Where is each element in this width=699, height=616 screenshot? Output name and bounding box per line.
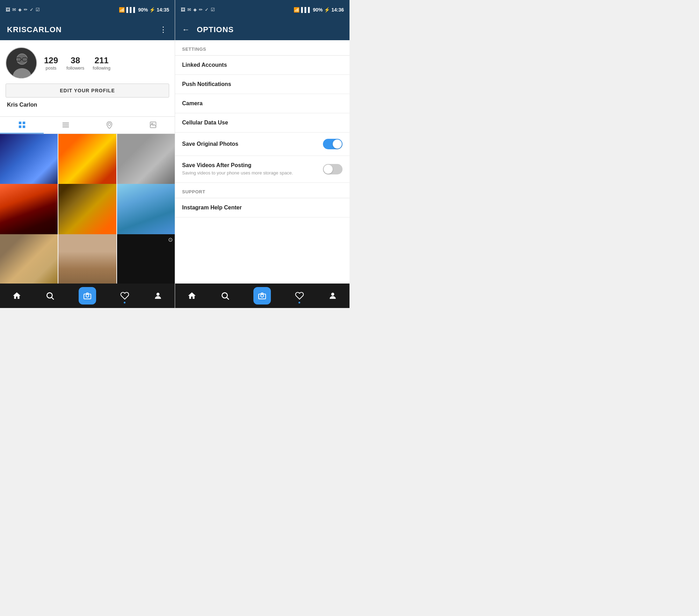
save-original-photos-item[interactable]: Save Original Photos [175,132,350,156]
nav-search[interactable] [45,291,55,301]
followers-stat[interactable]: 38 followers [66,56,84,71]
photo-5[interactable] [58,184,116,242]
camera-label: Camera [182,100,203,107]
left-status-icons: 🖼 ✉ ◈ ✏ ✓ ☑ [6,7,40,12]
svg-rect-20 [84,294,91,299]
r-nav-search[interactable] [220,291,230,301]
more-button[interactable]: ⋮ [159,25,168,34]
nav-home[interactable] [12,291,22,301]
photo-grid: ⊙ [0,134,175,284]
svg-rect-10 [22,126,25,128]
r-profile-icon [328,291,338,301]
nav-camera[interactable] [79,287,96,305]
help-center-item[interactable]: Instagram Help Center [175,198,350,217]
save-videos-label: Save Videos After Posting [182,162,251,168]
left-panel: 🖼 ✉ ◈ ✏ ✓ ☑ 📶 ▌▌▌ 90% ⚡ 14:35 KRISCARLON… [0,0,175,308]
svg-line-18 [52,298,54,300]
battery-icon: ⚡ [149,7,155,13]
linked-accounts-label: Linked Accounts [182,62,227,68]
tagged-view-tab[interactable] [131,117,175,134]
nav-profile[interactable] [153,291,163,301]
following-count: 211 [95,56,109,65]
r-signal-icon: ▌▌▌ [301,7,311,13]
profile-name: Kris Carlon [6,102,169,108]
list-view-tab[interactable] [44,117,87,134]
heart-icon [120,291,130,301]
camera-button[interactable] [79,287,96,305]
photo-6[interactable] [117,184,175,242]
r-heart-icon [295,291,304,301]
save-original-toggle[interactable] [323,139,343,149]
r-wifi-icon: 📶 [294,7,300,13]
svg-point-21 [157,293,160,296]
r-camera-button[interactable] [253,287,271,305]
push-notifications-item[interactable]: Push Notifications [175,75,350,94]
r-edit-icon: ✏ [199,7,203,12]
push-notifications-label: Push Notifications [182,81,231,87]
left-time: 14:35 [157,7,169,13]
r-nav-heart[interactable] [295,291,304,301]
left-bottom-nav [0,284,175,308]
svg-point-14 [108,123,110,126]
app-title: KRISCARLON [7,25,62,34]
options-header: ← OPTIONS [175,19,350,40]
followers-count: 38 [71,56,80,65]
settings-content: SETTINGS Linked Accounts Push Notificati… [175,40,350,284]
battery-percent: 90% [138,7,148,13]
right-time: 14:36 [331,7,344,13]
r-heart-dot [298,302,300,303]
svg-rect-8 [22,122,25,124]
photo-3[interactable] [117,134,175,192]
back-button[interactable]: ← [182,25,190,34]
grid-view-tab[interactable] [0,117,44,134]
cellular-data-label: Cellular Data Use [182,120,228,126]
save-videos-sub: Saving videos to your phone uses more st… [182,170,293,176]
svg-rect-13 [62,127,69,128]
help-center-label: Instagram Help Center [182,205,242,211]
edit-icon: ✏ [24,7,28,12]
save-videos-item[interactable]: Save Videos After Posting Saving videos … [175,156,350,183]
svg-rect-25 [259,294,266,299]
svg-point-26 [331,293,334,296]
r-shazam-icon: ◈ [193,7,197,12]
photo-1[interactable] [0,134,58,192]
r-home-icon [187,291,197,301]
right-bottom-nav [175,284,350,308]
settings-section-header: SETTINGS [175,40,350,55]
linked-accounts-item[interactable]: Linked Accounts [175,56,350,75]
r-nav-camera[interactable] [253,287,271,305]
camera-item[interactable]: Camera [175,94,350,113]
r-nav-profile[interactable] [328,291,338,301]
r-mail-icon: ✉ [187,7,191,12]
r-check-icon: ✓ [205,7,209,12]
r-nav-home[interactable] [187,291,197,301]
toggle-knob-on [333,139,342,149]
photo-4[interactable] [0,184,58,242]
stats-row: 129 posts 38 followers 211 following [44,56,110,71]
following-stat[interactable]: 211 following [93,56,110,71]
video-badge: ⊙ [168,236,173,243]
location-view-tab[interactable] [87,117,131,134]
options-title: OPTIONS [197,25,234,34]
r-battery-icon: ⚡ [324,7,330,13]
photo-8[interactable] [58,234,116,284]
save-videos-toggle[interactable] [323,164,343,174]
save-original-photos-label: Save Original Photos [182,141,238,147]
toggle-knob-off [324,165,333,174]
photo-9[interactable]: ⊙ [117,234,175,284]
svg-point-19 [86,294,89,297]
view-tabs [0,116,175,134]
followers-label: followers [66,65,84,71]
wifi-icon: 📶 [119,7,125,13]
left-status-right: 📶 ▌▌▌ 90% ⚡ 14:35 [119,7,169,13]
photo-2[interactable] [58,134,116,192]
posts-count: 129 [44,56,58,65]
r-check2-icon: ☑ [211,7,215,12]
photo-7[interactable] [0,234,58,284]
nav-heart[interactable] [120,291,130,301]
right-status-icons: 🖼 ✉ ◈ ✏ ✓ ☑ [181,7,215,12]
svg-line-23 [227,298,229,300]
edit-profile-button[interactable]: EDIT YOUR PROFILE [6,84,169,98]
svg-point-22 [222,293,227,298]
cellular-data-item[interactable]: Cellular Data Use [175,113,350,132]
